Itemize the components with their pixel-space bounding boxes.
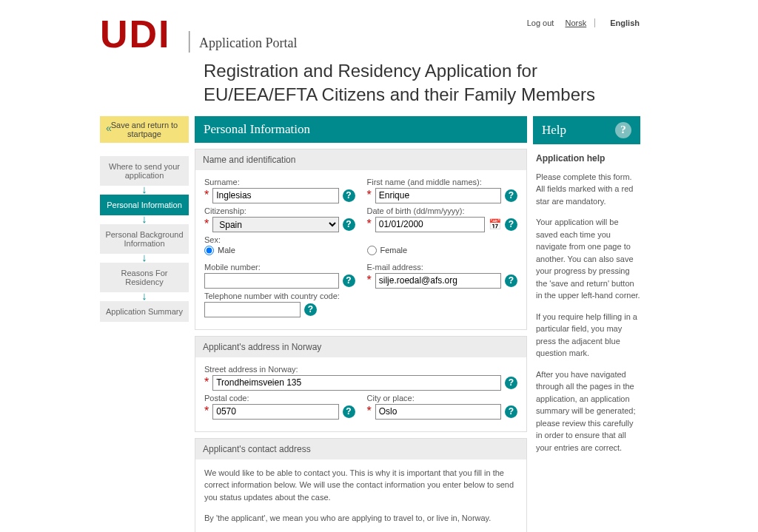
- sex-female-radio[interactable]: [367, 246, 377, 255]
- city-label: City or place:: [367, 394, 518, 403]
- arrow-down-icon: ↓: [100, 294, 189, 298]
- contact-para1: We would like to be able to contact you.…: [204, 467, 517, 504]
- mobile-input[interactable]: [204, 273, 339, 289]
- panel-contact-header: Applicant's contact address: [195, 439, 526, 459]
- portal-title: Application Portal: [199, 36, 297, 51]
- help-p1: Please complete this form. All fields ma…: [536, 171, 640, 208]
- help-icon[interactable]: ?: [505, 275, 517, 287]
- required-star: *: [204, 189, 209, 201]
- help-p4: After you have navigated through all the…: [536, 368, 640, 454]
- lang-english-link[interactable]: English: [610, 18, 640, 27]
- help-icon[interactable]: ?: [343, 218, 355, 231]
- spacer: [367, 235, 518, 244]
- help-circle-icon[interactable]: ?: [615, 122, 631, 138]
- tel-input[interactable]: [204, 302, 301, 317]
- calendar-icon[interactable]: 📅: [489, 218, 501, 230]
- panel-name-id-header: Name and identification: [195, 149, 526, 170]
- citizenship-select[interactable]: Spain: [212, 217, 338, 232]
- dob-input[interactable]: [375, 217, 485, 232]
- city-input[interactable]: [375, 404, 501, 420]
- logout-link[interactable]: Log out: [527, 18, 554, 27]
- citizenship-label: Citizenship:: [204, 206, 355, 215]
- help-title: Help: [542, 123, 566, 138]
- required-star: *: [367, 275, 372, 286]
- help-title-bar: Help ?: [533, 116, 640, 144]
- panel-address-header: Applicant's address in Norway: [195, 337, 526, 357]
- contact-para2: By 'the applicant', we mean you who are …: [204, 512, 517, 525]
- lang-norsk-link[interactable]: Norsk: [565, 18, 586, 27]
- mobile-label: Mobile number:: [204, 263, 355, 272]
- sex-male-radio[interactable]: [204, 246, 214, 255]
- help-p3: If you require help filling in a particu…: [536, 311, 640, 360]
- logo-divider: |: [187, 26, 192, 53]
- save-return-label: Save and return to startpage: [111, 121, 178, 138]
- required-star: *: [204, 218, 209, 230]
- required-star: *: [367, 218, 372, 230]
- help-icon[interactable]: ?: [304, 303, 317, 316]
- email-label: E-mail address:: [367, 263, 518, 272]
- female-label: Female: [380, 246, 408, 255]
- nav-step-summary[interactable]: Application Summary: [100, 301, 189, 322]
- help-icon[interactable]: ?: [343, 405, 355, 418]
- arrow-down-icon: ↓: [100, 255, 189, 260]
- help-icon[interactable]: ?: [505, 189, 517, 202]
- divider: [594, 18, 595, 27]
- panel-name-id: Name and identification Surname: * ?: [195, 149, 527, 330]
- help-icon[interactable]: ?: [343, 275, 355, 287]
- tel-label: Telephone number with country code:: [204, 292, 355, 300]
- help-icon[interactable]: ?: [505, 218, 517, 231]
- postal-input[interactable]: [212, 404, 338, 420]
- surname-label: Surname:: [204, 178, 355, 186]
- save-return-button[interactable]: « Save and return to startpage: [100, 116, 189, 143]
- surname-input[interactable]: [212, 188, 338, 203]
- form-title: Personal Information: [204, 122, 310, 137]
- sex-label: Sex:: [204, 235, 355, 244]
- nav-step-background[interactable]: Personal Background Information: [100, 224, 189, 254]
- panel-address-norway: Applicant's address in Norway Street add…: [195, 336, 527, 432]
- help-icon[interactable]: ?: [505, 405, 517, 418]
- street-label: Street address in Norway:: [204, 365, 517, 374]
- udi-logo: UDI: [100, 15, 171, 53]
- male-label: Male: [218, 246, 235, 255]
- required-star: *: [204, 377, 209, 388]
- nav-step-reasons[interactable]: Reasons For Residency: [100, 263, 189, 292]
- firstname-input[interactable]: [375, 188, 501, 203]
- required-star: *: [367, 189, 372, 201]
- arrow-down-icon: ↓: [100, 217, 189, 221]
- postal-label: Postal code:: [204, 394, 355, 403]
- panel-contact: Applicant's contact address We would lik…: [195, 438, 527, 532]
- chevron-left-icon: «: [106, 122, 112, 134]
- help-icon[interactable]: ?: [343, 189, 355, 202]
- nav-step-where[interactable]: Where to send your application: [100, 156, 189, 186]
- page-heading: Registration and Residency Application f…: [204, 59, 640, 107]
- form-title-bar: Personal Information: [195, 116, 527, 143]
- required-star: *: [204, 405, 209, 417]
- help-icon[interactable]: ?: [505, 377, 517, 389]
- street-input[interactable]: [212, 375, 501, 391]
- dob-label: Date of birth (dd/mm/yyyy):: [367, 206, 518, 215]
- email-input[interactable]: [375, 273, 501, 289]
- help-subhead: Application help: [536, 152, 640, 165]
- arrow-down-icon: ↓: [100, 187, 189, 192]
- firstname-label: First name (and middle names):: [367, 178, 518, 186]
- required-star: *: [367, 405, 372, 417]
- help-p2: Your application will be saved each time…: [536, 216, 640, 302]
